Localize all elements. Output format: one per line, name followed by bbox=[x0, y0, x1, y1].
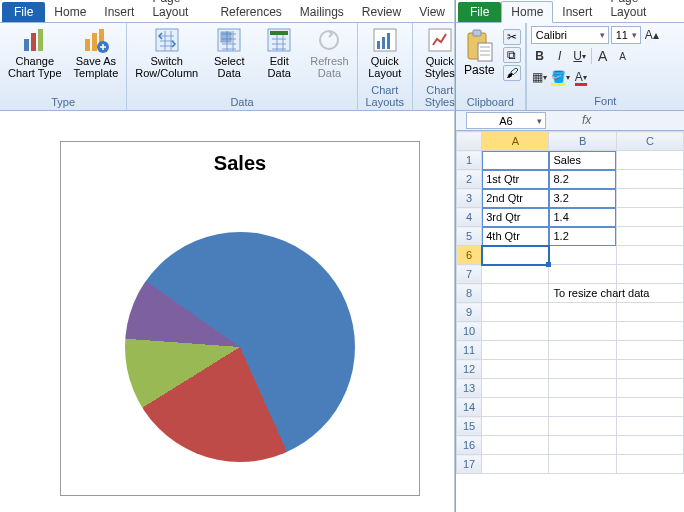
row-header-5[interactable]: 5 bbox=[457, 227, 482, 246]
cell-A9[interactable] bbox=[482, 303, 549, 322]
cut-button[interactable]: ✂ bbox=[503, 29, 521, 45]
row-header-13[interactable]: 13 bbox=[457, 379, 482, 398]
row-header-8[interactable]: 8 bbox=[457, 284, 482, 303]
increase-font-button[interactable]: A▴ bbox=[643, 26, 661, 44]
fx-label[interactable]: fx bbox=[576, 111, 597, 130]
tab-file[interactable]: File bbox=[2, 2, 45, 22]
row-header-6[interactable]: 6 bbox=[457, 246, 482, 265]
cell-A8[interactable] bbox=[482, 284, 549, 303]
row-header-12[interactable]: 12 bbox=[457, 360, 482, 379]
row-header-1[interactable]: 1 bbox=[457, 151, 482, 170]
cell-C3[interactable] bbox=[616, 189, 683, 208]
pie-chart[interactable] bbox=[125, 232, 355, 462]
tab-home[interactable]: Home bbox=[45, 2, 95, 22]
select-data-button[interactable]: Select Data bbox=[206, 25, 252, 81]
chart-object[interactable]: Sales bbox=[60, 141, 420, 496]
cell-A5[interactable]: 4th Qtr bbox=[482, 227, 549, 246]
cell-C15[interactable] bbox=[616, 417, 683, 436]
cell-A15[interactable] bbox=[482, 417, 549, 436]
cell-B10[interactable] bbox=[549, 322, 616, 341]
row-header-11[interactable]: 11 bbox=[457, 341, 482, 360]
excel-tab-file[interactable]: File bbox=[458, 2, 501, 22]
cell-B4[interactable]: 1.4 bbox=[549, 208, 616, 227]
row-header-15[interactable]: 15 bbox=[457, 417, 482, 436]
row-header-16[interactable]: 16 bbox=[457, 436, 482, 455]
cell-B14[interactable] bbox=[549, 398, 616, 417]
excel-tab-insert[interactable]: Insert bbox=[553, 2, 601, 22]
cell-C10[interactable] bbox=[616, 322, 683, 341]
cell-B12[interactable] bbox=[549, 360, 616, 379]
cell-B2[interactable]: 8.2 bbox=[549, 170, 616, 189]
cell-C14[interactable] bbox=[616, 398, 683, 417]
cell-C4[interactable] bbox=[616, 208, 683, 227]
cell-B1[interactable]: Sales bbox=[549, 151, 616, 170]
col-header-C[interactable]: C bbox=[616, 132, 683, 151]
cell-A10[interactable] bbox=[482, 322, 549, 341]
cell-B11[interactable] bbox=[549, 341, 616, 360]
cell-C13[interactable] bbox=[616, 379, 683, 398]
font-size-combo[interactable]: 11 bbox=[611, 26, 641, 44]
col-header-A[interactable]: A bbox=[482, 132, 549, 151]
switch-row-column-button[interactable]: Switch Row/Column bbox=[131, 25, 202, 81]
copy-button[interactable]: ⧉ bbox=[503, 47, 521, 63]
tab-mailings[interactable]: Mailings bbox=[291, 2, 353, 22]
fill-color-button[interactable]: 🪣▾ bbox=[551, 68, 570, 86]
cell-A1[interactable] bbox=[482, 151, 549, 170]
cell-B15[interactable] bbox=[549, 417, 616, 436]
cell-C7[interactable] bbox=[616, 265, 683, 284]
document-area[interactable]: Sales bbox=[0, 111, 454, 512]
row-header-9[interactable]: 9 bbox=[457, 303, 482, 322]
tab-references[interactable]: References bbox=[211, 2, 290, 22]
cell-B6[interactable] bbox=[549, 246, 616, 265]
excel-tab-home[interactable]: Home bbox=[501, 1, 553, 23]
worksheet[interactable]: ABC 1Sales21st Qtr8.232nd Qtr3.243rd Qtr… bbox=[456, 131, 684, 512]
tab-review[interactable]: Review bbox=[353, 2, 410, 22]
row-header-14[interactable]: 14 bbox=[457, 398, 482, 417]
cell-C2[interactable] bbox=[616, 170, 683, 189]
cell-B9[interactable] bbox=[549, 303, 616, 322]
tab-pagelayout[interactable]: Page Layout bbox=[143, 0, 211, 22]
cell-C11[interactable] bbox=[616, 341, 683, 360]
quick-layout-button[interactable]: Quick Layout bbox=[362, 25, 408, 81]
font-name-combo[interactable]: Calibri bbox=[531, 26, 609, 44]
cell-C12[interactable] bbox=[616, 360, 683, 379]
cell-A2[interactable]: 1st Qtr bbox=[482, 170, 549, 189]
save-as-template-button[interactable]: Save As Template bbox=[70, 25, 123, 81]
cell-A7[interactable] bbox=[482, 265, 549, 284]
borders-button[interactable]: ▦▾ bbox=[531, 68, 549, 86]
cell-A12[interactable] bbox=[482, 360, 549, 379]
bold-button[interactable]: B bbox=[531, 47, 549, 65]
tab-insert[interactable]: Insert bbox=[95, 2, 143, 22]
cell-B5[interactable]: 1.2 bbox=[549, 227, 616, 246]
cell-A14[interactable] bbox=[482, 398, 549, 417]
paste-button[interactable]: Paste bbox=[458, 25, 501, 85]
edit-data-button[interactable]: Edit Data bbox=[256, 25, 302, 81]
row-header-10[interactable]: 10 bbox=[457, 322, 482, 341]
cell-B7[interactable] bbox=[549, 265, 616, 284]
col-header-B[interactable]: B bbox=[549, 132, 616, 151]
cell-C16[interactable] bbox=[616, 436, 683, 455]
cell-B16[interactable] bbox=[549, 436, 616, 455]
cell-A13[interactable] bbox=[482, 379, 549, 398]
chart-title[interactable]: Sales bbox=[61, 152, 419, 175]
cell-A11[interactable] bbox=[482, 341, 549, 360]
cell-C6[interactable] bbox=[616, 246, 683, 265]
format-painter-button[interactable]: 🖌 bbox=[503, 65, 521, 81]
cell-B13[interactable] bbox=[549, 379, 616, 398]
font-style-small-button[interactable]: A bbox=[614, 47, 632, 65]
row-header-2[interactable]: 2 bbox=[457, 170, 482, 189]
row-header-3[interactable]: 3 bbox=[457, 189, 482, 208]
change-chart-type-button[interactable]: Change Chart Type bbox=[4, 25, 66, 81]
cell-B8[interactable]: To resize chart data bbox=[549, 284, 616, 303]
cell-B3[interactable]: 3.2 bbox=[549, 189, 616, 208]
cell-A4[interactable]: 3rd Qtr bbox=[482, 208, 549, 227]
cell-A17[interactable] bbox=[482, 455, 549, 474]
font-color-button[interactable]: A▾ bbox=[572, 68, 590, 86]
row-header-7[interactable]: 7 bbox=[457, 265, 482, 284]
row-header-17[interactable]: 17 bbox=[457, 455, 482, 474]
cell-A3[interactable]: 2nd Qtr bbox=[482, 189, 549, 208]
font-style-large-button[interactable]: A bbox=[594, 47, 612, 65]
cell-A6[interactable] bbox=[482, 246, 549, 265]
cell-B17[interactable] bbox=[549, 455, 616, 474]
cell-C9[interactable] bbox=[616, 303, 683, 322]
